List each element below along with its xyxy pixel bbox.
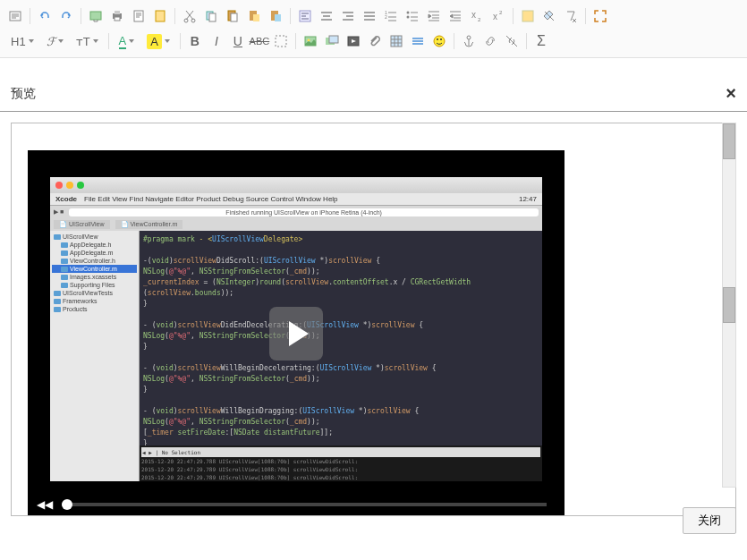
copy-icon[interactable] bbox=[201, 6, 221, 26]
svg-rect-4 bbox=[115, 17, 120, 21]
svg-point-36 bbox=[440, 38, 442, 40]
font-size-dropdown[interactable]: ᴛT bbox=[71, 35, 104, 48]
font-color-dropdown[interactable]: A bbox=[114, 34, 140, 49]
svg-text:x: x bbox=[471, 10, 476, 20]
bold-icon[interactable]: B bbox=[185, 31, 205, 51]
align-justify-icon[interactable] bbox=[360, 6, 379, 26]
mac-menubar: Xcode File Edit View Find Navigate Edito… bbox=[50, 193, 542, 206]
cut-icon[interactable] bbox=[180, 6, 199, 26]
multi-image-icon[interactable] bbox=[322, 31, 342, 51]
align-right-icon[interactable] bbox=[338, 6, 358, 26]
preview-header: 预览 × bbox=[0, 76, 747, 112]
svg-rect-16 bbox=[275, 14, 281, 21]
subscript-icon[interactable]: x2 bbox=[467, 6, 487, 26]
code-editor: #pragma mark - <UIScrollViewDelegate> -(… bbox=[140, 231, 542, 481]
svg-point-35 bbox=[437, 38, 438, 40]
align-left-icon[interactable] bbox=[295, 6, 315, 26]
unordered-list-icon[interactable] bbox=[403, 6, 422, 26]
indent-icon[interactable] bbox=[424, 6, 444, 26]
svg-text:2: 2 bbox=[478, 17, 481, 22]
play-icon bbox=[289, 321, 309, 346]
outdent-icon[interactable] bbox=[446, 6, 465, 26]
underline-icon[interactable]: U bbox=[228, 31, 248, 51]
attachment-icon[interactable] bbox=[365, 31, 385, 51]
paste-word-icon[interactable] bbox=[266, 6, 285, 26]
print-icon[interactable] bbox=[107, 6, 127, 26]
remove-format-icon[interactable] bbox=[561, 6, 581, 26]
video-player: Xcode File Edit View Find Navigate Edito… bbox=[28, 150, 564, 516]
svg-rect-12 bbox=[231, 13, 237, 21]
vertical-scrollbar[interactable] bbox=[722, 123, 736, 488]
xcode-sidebar: UIScrollViewAppDelegate.hAppDelegate.mVi… bbox=[50, 231, 140, 481]
svg-point-20 bbox=[407, 12, 410, 14]
svg-text:2: 2 bbox=[385, 14, 387, 20]
svg-rect-1 bbox=[90, 12, 101, 20]
border-icon[interactable] bbox=[271, 31, 291, 51]
svg-rect-31 bbox=[329, 36, 338, 43]
italic-icon[interactable]: I bbox=[207, 31, 226, 51]
align-center-icon[interactable] bbox=[317, 6, 336, 26]
play-button[interactable] bbox=[269, 307, 323, 361]
highlight-dropdown[interactable]: A bbox=[141, 34, 175, 49]
fullscreen-icon[interactable] bbox=[590, 6, 610, 26]
redo-icon[interactable] bbox=[56, 6, 76, 26]
clear-format-icon[interactable] bbox=[539, 6, 559, 26]
select-all-icon[interactable] bbox=[518, 6, 538, 26]
svg-rect-3 bbox=[115, 11, 120, 14]
paste-text-icon[interactable] bbox=[244, 6, 264, 26]
editor-toolbar: 12 x2 x2 H1 ℱ ᴛT A A B I U ABC bbox=[0, 0, 747, 58]
preview-content: Xcode File Edit View Find Navigate Edito… bbox=[11, 123, 736, 516]
svg-rect-5 bbox=[134, 11, 143, 21]
xcode-tabs: 📄 UIScrollView📄 ViewController.m bbox=[50, 218, 542, 231]
anchor-icon[interactable] bbox=[459, 31, 479, 51]
svg-text:x: x bbox=[493, 12, 497, 21]
close-icon[interactable]: × bbox=[726, 83, 736, 104]
xcode-toolbar: ▶ ■Finished running UIScrollView on iPho… bbox=[50, 206, 542, 218]
draft-icon[interactable] bbox=[150, 6, 170, 26]
font-family-dropdown[interactable]: ℱ bbox=[41, 35, 69, 48]
console-output: ◀ ▶ | No Selection2015-12-20 22:47:29.78… bbox=[140, 445, 542, 481]
unlink-icon[interactable] bbox=[502, 31, 522, 51]
scroll-thumb-mid[interactable] bbox=[723, 287, 735, 323]
superscript-icon[interactable]: x2 bbox=[488, 6, 508, 26]
preview-icon[interactable] bbox=[86, 6, 106, 26]
template-icon[interactable] bbox=[129, 6, 149, 26]
image-icon[interactable] bbox=[301, 31, 320, 51]
emoji-icon[interactable] bbox=[429, 31, 449, 51]
svg-point-21 bbox=[407, 16, 410, 19]
hr-icon[interactable] bbox=[408, 31, 428, 51]
ordered-list-icon[interactable]: 12 bbox=[381, 6, 401, 26]
formula-icon[interactable]: Σ bbox=[531, 31, 551, 51]
preview-title: 预览 bbox=[11, 86, 36, 102]
paste-icon[interactable] bbox=[223, 6, 242, 26]
close-button[interactable]: 关闭 bbox=[683, 507, 736, 534]
svg-text:2: 2 bbox=[499, 10, 503, 15]
progress-thumb[interactable] bbox=[62, 499, 72, 510]
svg-rect-33 bbox=[391, 36, 402, 47]
mac-titlebar bbox=[50, 177, 542, 193]
svg-rect-14 bbox=[253, 14, 259, 21]
prev-icon[interactable]: ◀◀ bbox=[37, 498, 53, 511]
video-controls: ◀◀ bbox=[28, 492, 564, 516]
link-icon[interactable] bbox=[480, 31, 500, 51]
undo-icon[interactable] bbox=[35, 6, 55, 26]
svg-point-37 bbox=[467, 36, 471, 39]
svg-rect-26 bbox=[522, 11, 533, 21]
video-icon[interactable] bbox=[344, 31, 363, 51]
table-icon[interactable] bbox=[386, 31, 406, 51]
svg-rect-10 bbox=[209, 13, 216, 21]
svg-rect-6 bbox=[156, 11, 165, 21]
source-icon[interactable] bbox=[5, 6, 25, 26]
preview-body: Xcode File Edit View Find Navigate Edito… bbox=[0, 112, 747, 541]
heading-dropdown[interactable]: H1 bbox=[5, 35, 39, 48]
svg-rect-27 bbox=[276, 36, 286, 47]
svg-point-34 bbox=[434, 36, 445, 47]
progress-bar[interactable] bbox=[62, 503, 547, 506]
scroll-thumb-top[interactable] bbox=[723, 123, 735, 159]
strikethrough-icon[interactable]: ABC bbox=[250, 31, 269, 51]
